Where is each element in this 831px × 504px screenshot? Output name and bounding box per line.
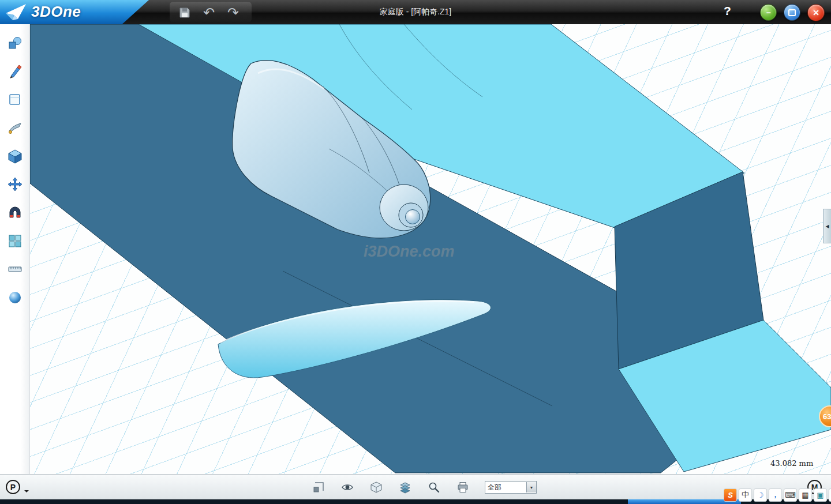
display-mode-button[interactable] xyxy=(398,480,412,494)
save-icon xyxy=(178,6,192,20)
statusbar: P xyxy=(0,474,831,499)
maximize-icon xyxy=(788,9,796,16)
undo-button[interactable]: ↶ xyxy=(201,5,217,21)
tool-feature-modeling[interactable] xyxy=(7,149,23,164)
tool-special-edit[interactable] xyxy=(7,121,23,136)
punctuation-glyph: ， xyxy=(772,490,779,500)
chevron-down-icon: ▼ xyxy=(526,482,536,492)
layers-icon xyxy=(399,481,411,494)
plane-mode-dropdown-icon[interactable] xyxy=(24,490,29,495)
left-toolbar xyxy=(0,24,30,474)
datum-plane-icon xyxy=(312,481,325,494)
skin-icon: ▣ xyxy=(817,491,823,499)
ime-soft-keyboard-button[interactable]: ⌨ xyxy=(784,488,797,502)
datum-plane-button[interactable] xyxy=(312,480,325,494)
blade-icon xyxy=(8,121,23,136)
badge-count: 63 xyxy=(823,412,831,421)
tool-assembly-magnet[interactable] xyxy=(7,205,23,220)
lang-glyph: 中 xyxy=(742,490,749,500)
undo-icon: ↶ xyxy=(203,6,215,20)
filter-value: 全部 xyxy=(485,483,526,492)
brand-logo-text: 3DOne xyxy=(31,3,81,21)
measurement-label: 43.082 mm xyxy=(770,459,813,468)
viewport-3d[interactable]: i3DOne.com 43.082 mm ◀ 63 xyxy=(30,24,831,474)
basic-solids-icon xyxy=(8,36,23,51)
ime-tray: S 中 ☽ ， ⌨ ▦ ▣ + xyxy=(724,488,831,502)
redo-button[interactable]: ↷ xyxy=(225,5,241,21)
magnet-icon xyxy=(8,205,23,220)
view-orientation-button[interactable] xyxy=(369,480,383,494)
tool-pattern-array[interactable] xyxy=(7,234,23,249)
zoom-button[interactable] xyxy=(427,480,441,494)
tool-sketch-draw[interactable] xyxy=(7,64,23,79)
printer-icon xyxy=(456,481,469,494)
titlebar[interactable]: 3DOne ↶ ↷ 家庭版 - [阿帕奇.Z1] ? − ✕ xyxy=(0,0,831,24)
statusbar-icons: 全部 ▼ xyxy=(312,475,537,500)
paper-plane-icon xyxy=(5,3,29,21)
watermark: i3DOne.com xyxy=(364,243,455,260)
sketch-pen-icon xyxy=(8,64,23,79)
minimize-icon: − xyxy=(766,8,770,17)
ime-punctuation-button[interactable]: ， xyxy=(769,488,782,502)
eye-icon xyxy=(341,481,354,494)
sphere-icon xyxy=(8,290,23,305)
sogou-logo-icon[interactable]: S xyxy=(724,488,737,502)
close-icon: ✕ xyxy=(813,8,819,17)
logo-area: 3DOne xyxy=(0,0,149,24)
tool-move-transform[interactable] xyxy=(7,177,23,192)
ime-shape-mode-button[interactable]: ☽ xyxy=(754,488,767,502)
magnifier-icon xyxy=(428,481,440,494)
ime-toolbox-button[interactable]: ▦ xyxy=(799,488,812,502)
collapse-arrow-icon: ◀ xyxy=(825,224,829,229)
cube-icon xyxy=(8,149,23,164)
tool-sketch-surface[interactable] xyxy=(7,92,23,107)
redo-icon: ↷ xyxy=(227,6,239,20)
ime-skin-button[interactable]: ▣ xyxy=(814,488,827,502)
ime-lang-mode-button[interactable]: 中 xyxy=(739,488,752,502)
view-cube-icon xyxy=(370,481,383,494)
sogou-glyph: S xyxy=(728,491,733,499)
tool-render-material[interactable] xyxy=(7,290,23,305)
move-arrows-icon xyxy=(8,177,23,192)
gun-muzzle-ball[interactable] xyxy=(406,210,420,224)
panel-collapse-tab[interactable]: ◀ xyxy=(823,209,831,243)
visibility-button[interactable] xyxy=(340,480,354,494)
help-button[interactable]: ? xyxy=(724,4,731,18)
minimize-button[interactable]: − xyxy=(760,4,777,21)
save-button[interactable] xyxy=(177,5,193,21)
ime-plugin-button[interactable]: + xyxy=(829,488,831,502)
pattern-grid-icon xyxy=(8,234,23,249)
maximize-button[interactable] xyxy=(784,4,800,21)
keyboard-icon: ⌨ xyxy=(785,491,796,499)
ruler-icon xyxy=(8,262,23,277)
taskbar-strip xyxy=(0,499,831,504)
sketch-sheet-icon xyxy=(8,92,23,107)
close-button[interactable]: ✕ xyxy=(807,4,825,21)
tool-measure[interactable] xyxy=(7,262,23,277)
model-apache[interactable]: i3DOne.com 43.082 mm xyxy=(30,24,831,474)
plane-mode-label: P xyxy=(10,483,16,492)
tool-basic-solids[interactable] xyxy=(7,36,23,51)
plane-mode-indicator[interactable]: P xyxy=(6,480,20,494)
filter-select[interactable]: 全部 ▼ xyxy=(485,481,537,494)
app-window: i3DOne.com 43.082 mm ◀ 63 3DOne xyxy=(0,0,831,504)
toolbox-icon: ▦ xyxy=(802,491,808,499)
moon-icon: ☽ xyxy=(757,491,764,499)
print-button[interactable] xyxy=(456,480,470,494)
